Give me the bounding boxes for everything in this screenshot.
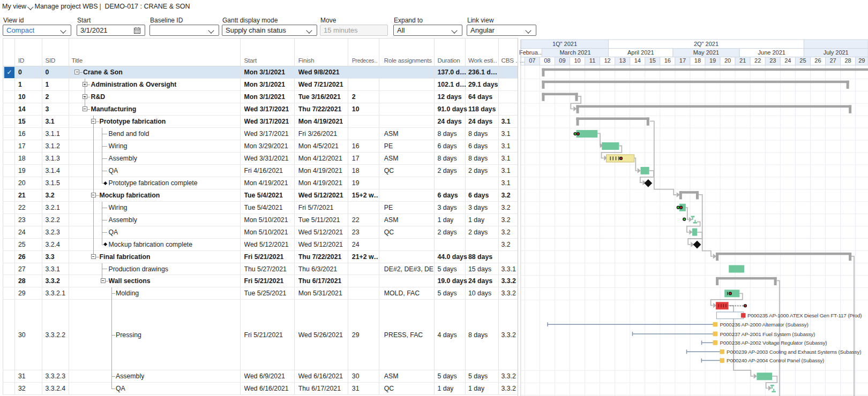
- cell-title[interactable]: Final fabrication: [100, 251, 151, 263]
- column-header-title[interactable]: Title: [72, 57, 83, 64]
- expand-to-combobox[interactable]: All: [393, 25, 462, 36]
- column-header-pred[interactable]: Predeces…: [352, 57, 378, 64]
- gantt-summary-bar[interactable]: [679, 191, 699, 194]
- supply-marker-yellow[interactable]: [713, 340, 718, 345]
- gantt-task-bar[interactable]: [602, 142, 619, 150]
- gantt-display-mode-combobox[interactable]: Supply chain status: [222, 25, 317, 36]
- gantt-task-bar-critical[interactable]: [716, 302, 728, 309]
- column-header-role[interactable]: Role assignments: [384, 57, 432, 64]
- cell-title[interactable]: Mockup fabrication: [100, 189, 160, 202]
- cell-title[interactable]: Prototype fabrication: [100, 116, 166, 128]
- cell-pred: 24: [352, 239, 378, 251]
- gantt-summary-bar[interactable]: [542, 81, 849, 83]
- cell-title[interactable]: QA: [109, 165, 118, 177]
- week-cell-label: 11: [589, 57, 595, 64]
- trail-dash: [739, 306, 741, 307]
- cell-start: Wed 3/17/2021: [244, 128, 289, 140]
- cell-start: Mon 5/10/2021: [244, 226, 288, 239]
- cell-title[interactable]: R&D: [91, 91, 106, 103]
- week-cell-label: 27: [829, 57, 836, 64]
- cell-cbs: 3.2: [502, 239, 511, 251]
- gantt-task-bar[interactable]: [757, 372, 772, 380]
- collapse-icon[interactable]: [91, 119, 96, 124]
- start-datepicker[interactable]: 3/1/2021: [77, 25, 145, 36]
- link-arrow: [643, 180, 646, 185]
- supply-marker-yellow[interactable]: [713, 332, 718, 337]
- collapse-icon[interactable]: [91, 193, 96, 197]
- column-header-id[interactable]: ID: [18, 57, 24, 64]
- cell-title[interactable]: Crane & Son: [83, 66, 123, 79]
- gantt-summary-bar[interactable]: [577, 118, 649, 120]
- cell-title[interactable]: Manufacturing: [91, 103, 137, 116]
- cell-title[interactable]: Assembly: [116, 370, 144, 383]
- column-header-finish[interactable]: Finish: [298, 57, 315, 64]
- cell-role: QC: [384, 165, 433, 177]
- cell-title[interactable]: QA: [109, 226, 118, 239]
- link-view-combobox[interactable]: Angular: [467, 25, 536, 36]
- gantt-milestone-diamond[interactable]: [644, 179, 652, 187]
- supply-marker-yellow[interactable]: [720, 358, 724, 363]
- cell-dur: 5 days: [437, 287, 457, 300]
- cell-start: Mon 3/29/2021: [244, 140, 288, 153]
- cell-title[interactable]: QA: [116, 383, 125, 395]
- gantt-summary-bar[interactable]: [716, 253, 851, 255]
- cell-start: Mon 5/10/2021: [244, 214, 288, 226]
- cell-title[interactable]: Assembly: [109, 214, 137, 226]
- collapse-icon[interactable]: [74, 70, 79, 74]
- tree-connector: [111, 335, 116, 336]
- cell-title[interactable]: Wall sections: [109, 275, 151, 287]
- gantt-milestone-diamond[interactable]: [693, 241, 701, 249]
- row-checkbox-checked[interactable]: ✓: [4, 67, 14, 78]
- summary-hook: [542, 81, 544, 89]
- gantt-summary-bar[interactable]: [542, 68, 868, 71]
- gantt-task-bar-warning[interactable]: [607, 155, 634, 162]
- expand-icon[interactable]: [83, 82, 87, 87]
- move-input[interactable]: 15 minutes: [320, 25, 388, 36]
- gantt-summary-bar[interactable]: [542, 93, 578, 96]
- my-view-menu[interactable]: My view: [2, 3, 26, 10]
- cell-title[interactable]: Administration & Oversight: [91, 79, 177, 91]
- gantt-task-bar[interactable]: [729, 265, 744, 273]
- column-header-dur[interactable]: Duration: [437, 57, 460, 64]
- supply-marker-red[interactable]: [741, 313, 746, 318]
- gantt-task-bar[interactable]: [679, 204, 686, 211]
- gantt-summary-bar[interactable]: [577, 105, 852, 108]
- cell-pred: 29: [352, 300, 378, 370]
- gantt-task-bar[interactable]: [641, 167, 649, 174]
- cell-title[interactable]: Pressing: [116, 300, 141, 370]
- gantt-task-bar[interactable]: [577, 130, 598, 138]
- baseline-id-combobox[interactable]: [149, 25, 219, 36]
- expand-icon[interactable]: [83, 94, 87, 99]
- cell-title[interactable]: Assembly: [109, 153, 137, 165]
- gantt-task-bar[interactable]: [724, 290, 739, 297]
- gantt-summary-bar[interactable]: [716, 277, 777, 280]
- cell-title[interactable]: Molding: [116, 287, 139, 300]
- cell-dur: 8 days: [437, 153, 457, 165]
- task-start-tee: [692, 217, 693, 220]
- supply-marker-yellow[interactable]: [720, 349, 724, 354]
- column-header-cbs[interactable]: CBS …: [502, 57, 518, 64]
- collapse-icon[interactable]: [91, 254, 96, 259]
- cell-title[interactable]: Wiring: [109, 140, 128, 153]
- column-header-sid[interactable]: SID: [46, 57, 56, 64]
- cell-title[interactable]: Mockup fabrication complete: [109, 239, 193, 251]
- view-id-combobox[interactable]: Compact: [3, 25, 71, 36]
- cell-title[interactable]: Wiring: [109, 202, 128, 214]
- gantt-task-bar[interactable]: [692, 229, 697, 236]
- cell-id: 17: [18, 140, 26, 153]
- progress-dash: [725, 304, 727, 307]
- column-header-start[interactable]: Start: [244, 57, 257, 64]
- column-header-work[interactable]: Work esti…: [468, 57, 497, 64]
- cell-title[interactable]: Production drawings: [109, 263, 168, 276]
- supply-marker-yellow[interactable]: [713, 322, 718, 327]
- cell-id: 26: [18, 251, 26, 263]
- cell-title[interactable]: Bend and fold: [109, 128, 149, 140]
- collapse-icon[interactable]: [83, 106, 87, 111]
- cell-title[interactable]: Prototype fabrication complete: [109, 177, 198, 189]
- collapse-icon[interactable]: [101, 278, 106, 283]
- manage-project-wbs-title[interactable]: Manage project WBS: [35, 3, 98, 10]
- cell-finish: Wed 7/21/2021: [298, 79, 343, 91]
- cell-work: 8 days: [468, 153, 488, 165]
- week-cell: [555, 57, 570, 65]
- cell-finish: Thu 6/17/2021: [298, 383, 341, 395]
